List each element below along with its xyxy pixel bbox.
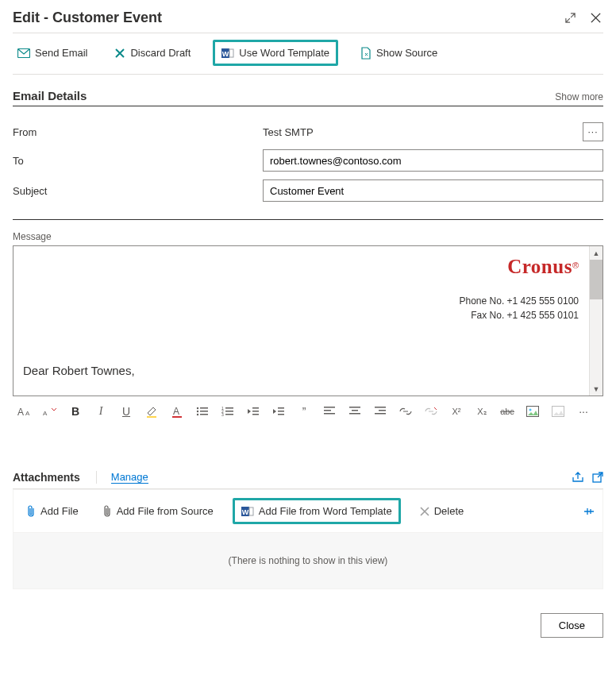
font-size-down-icon[interactable]: A [43,404,57,419]
message-content[interactable]: Cronus® Phone No. +1 425 555 0100 Fax No… [13,246,603,396]
from-label: From [13,126,263,138]
subject-input[interactable] [263,179,603,202]
scroll-thumb[interactable] [590,260,603,299]
quote-button[interactable]: ” [297,404,311,419]
send-email-button[interactable]: Send Email [13,44,92,62]
superscript-button[interactable]: X² [449,404,464,419]
from-value-wrap: Test SMTP ··· [263,122,603,141]
bold-button[interactable]: B [68,404,83,419]
delete-button[interactable]: Delete [415,502,469,520]
show-more-link[interactable]: Show more [555,91,603,102]
svg-point-14 [197,414,198,415]
font-color-icon[interactable]: A [170,404,184,419]
to-label: To [13,155,263,167]
message-greeting: Dear Robert Townes, [23,364,579,377]
share-icon[interactable] [572,472,584,483]
discard-draft-label: Discard Draft [130,47,191,59]
svg-rect-34 [375,407,386,408]
discard-icon [114,48,125,59]
dialog-title: Edit - Customer Event [13,10,162,26]
svg-point-38 [529,409,532,411]
send-email-label: Send Email [35,47,87,59]
show-source-icon [360,47,372,60]
expand-icon[interactable] [562,10,578,26]
add-file-from-word-template-button[interactable]: W Add File from Word Template [233,498,401,524]
use-word-template-button[interactable]: W Use Word Template [213,40,338,66]
font-size-up-icon[interactable]: AA [17,404,32,419]
fax-line: Fax No. +1 425 555 0101 [23,308,579,322]
svg-rect-30 [324,413,335,415]
scroll-up-icon[interactable]: ▲ [590,246,603,260]
svg-rect-43 [249,507,253,515]
svg-rect-13 [200,411,208,412]
from-ellipsis-button[interactable]: ··· [583,122,603,141]
insert-image-icon[interactable] [526,404,540,419]
svg-rect-33 [349,413,360,415]
insert-image-disabled-icon[interactable] [551,404,565,419]
pin-icon[interactable] [582,506,595,517]
subject-row: Subject [13,179,603,202]
svg-text:3: 3 [221,412,224,417]
to-input[interactable] [263,149,603,172]
align-center-icon[interactable] [348,404,362,419]
svg-rect-25 [278,407,284,409]
svg-text:A: A [25,410,30,417]
svg-rect-19 [225,411,233,412]
brand-name: Cronus [507,256,572,277]
svg-rect-9 [172,416,182,418]
svg-text:W: W [222,50,229,58]
attachments-toolbar: Add File Add File from Source W Add File… [13,489,603,533]
italic-button[interactable]: I [94,404,108,419]
more-options-button[interactable]: ··· [576,404,591,419]
add-file-from-source-label: Add File from Source [117,505,214,517]
align-left-icon[interactable] [322,404,337,419]
editor-scrollbar[interactable]: ▲ ▼ [589,246,603,396]
email-details-header: Email Details Show more [13,89,603,106]
subscript-button[interactable]: X₂ [475,404,489,419]
message-editor[interactable]: Cronus® Phone No. +1 425 555 0100 Fax No… [13,245,603,396]
svg-rect-22 [252,407,259,409]
close-icon[interactable] [587,10,603,26]
svg-rect-35 [379,410,386,411]
svg-rect-27 [278,414,284,415]
popout-icon[interactable] [592,472,603,483]
highlight-color-icon[interactable] [144,404,159,419]
discard-draft-button[interactable]: Discard Draft [110,44,195,62]
delete-label: Delete [434,505,464,517]
svg-point-12 [197,411,198,412]
action-toolbar: Send Email Discard Draft W Use Word Temp… [13,33,603,75]
attach-source-icon [102,505,112,518]
indent-icon[interactable] [271,404,286,419]
dialog-footer: Close [13,613,603,638]
attachments-title: Attachments [13,471,97,484]
strikethrough-button[interactable]: abc [500,404,514,419]
scroll-track[interactable] [590,260,603,382]
unlink-icon[interactable] [424,404,438,419]
outdent-icon[interactable] [246,404,260,419]
email-details-title: Email Details [13,89,87,102]
svg-rect-15 [200,414,208,415]
header-controls [562,10,603,26]
numbered-list-icon[interactable]: 123 [221,404,235,419]
link-icon[interactable] [398,404,413,419]
attachments-empty-text: (There is nothing to show in this view) [229,555,388,566]
brand-block: Cronus® [23,256,579,278]
add-file-from-source-button[interactable]: Add File from Source [98,502,218,521]
attachments-header-actions [572,472,603,483]
show-source-button[interactable]: Show Source [356,44,442,63]
svg-text:W: W [242,508,249,516]
contact-block: Phone No. +1 425 555 0100 Fax No. +1 425… [23,294,579,322]
underline-button[interactable]: U [119,404,133,419]
bullet-list-icon[interactable] [195,404,210,419]
to-row: To [13,149,603,172]
email-fields: From Test SMTP ··· To Subject [13,122,603,202]
align-right-icon[interactable] [373,404,387,419]
svg-rect-24 [252,414,259,415]
scroll-down-icon[interactable]: ▼ [590,382,603,396]
add-file-button[interactable]: Add File [21,502,83,521]
send-email-icon [17,48,30,59]
manage-link[interactable]: Manage [111,471,148,484]
close-button[interactable]: Close [541,613,603,638]
svg-rect-31 [349,407,360,408]
svg-rect-32 [352,410,358,411]
